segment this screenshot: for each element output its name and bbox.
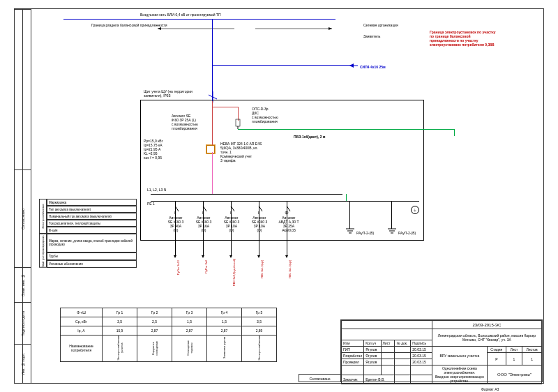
- role-row: ГИП: [342, 347, 364, 353]
- stage-val: Р: [488, 353, 506, 365]
- svg-line-14: [231, 206, 234, 211]
- project-code: 23/03-2015-ЭС: [432, 321, 541, 329]
- param-val: 1,5: [207, 317, 242, 326]
- busbar-top: [151, 194, 342, 195]
- param-val: Гр 4: [207, 308, 242, 317]
- boundary-arrows: [158, 26, 332, 31]
- binding-label-sogl: Согласовано: [21, 209, 25, 229]
- note-red-boundary: Граница электроустановок по участку по г…: [430, 30, 496, 47]
- pe-drop-1: [454, 129, 455, 136]
- out-arrow-4: [257, 255, 260, 258]
- spec-row: Ток расцепителя, тепловой защиты: [47, 220, 137, 227]
- dest-val: Освещение террасы: [186, 336, 193, 361]
- object-title: ВРУ земельного участка: [432, 347, 487, 365]
- svg-line-10: [175, 206, 179, 211]
- out3-note: АвтоматSE iC60 33P 10А(D): [223, 216, 241, 232]
- svg-marker-1: [158, 27, 161, 30]
- stage-h: Стадия: [488, 347, 506, 353]
- cable-label-4: ПВС 3х1,5(цв): [260, 260, 264, 278]
- note-line-source: Воздушная сеть ВЛИ-0,4 кВ от проектируем…: [140, 13, 221, 17]
- param-val: 3,5: [242, 317, 277, 326]
- param-label: Ср, кВт: [61, 317, 103, 326]
- role-row: Заказчик: [342, 375, 364, 384]
- param-val: 3,5: [103, 317, 137, 326]
- title-block: 23/03-2015-ЭС Ленинградская область, Вол…: [340, 319, 543, 382]
- breaker-3-icon: [228, 206, 234, 214]
- pe-link-1: [346, 194, 347, 201]
- date-cell: 20.03.15: [411, 359, 432, 365]
- cable-label-2: ПуПнг 3х4: [204, 260, 208, 273]
- ground-symbol-2-icon: [388, 228, 396, 234]
- svg-line-18: [287, 206, 290, 211]
- ground-drop-1: [349, 201, 350, 229]
- out5-note: АвтоматАВДТ A,30 Т3P 25АAku/0,03: [278, 216, 299, 232]
- out-arrow-2: [202, 255, 204, 258]
- svg-rect-8: [236, 119, 240, 126]
- param-table: Ф +Ш Гр 1 Гр 2 Гр 3 Гр 4 Гр 5 Ср, кВт 3,…: [60, 308, 277, 362]
- col-kol: Кол.уч: [364, 340, 381, 347]
- spec-group-1: Электроснабжение: [39, 199, 47, 234]
- out4-note: АвтоматSE iC60 33P 10А(D): [250, 216, 269, 232]
- wire-meter-to-bus: [212, 152, 213, 194]
- binding-label-inv: Инв. № подл.: [21, 353, 25, 375]
- cable-label-5: ПВС 3х1,5(цв): [288, 260, 292, 278]
- param-val: 1,5: [172, 317, 207, 326]
- param-label: Ф +Ш: [61, 308, 103, 317]
- col-ndoc: № док.: [395, 340, 411, 347]
- param-val: Гр 2: [137, 308, 172, 317]
- ground-label-1: PAуП-2-(В): [356, 231, 374, 235]
- param-val: Гр 1: [103, 308, 137, 317]
- sheets-val: 1: [522, 353, 542, 365]
- bus-label: L1, L2, L3 N: [147, 188, 166, 192]
- sheet-h: Лист: [506, 347, 522, 353]
- pe-label: PE 1: [147, 202, 155, 206]
- wire-spd-branch-v: [238, 107, 239, 121]
- binding-label-sign: Подпись и дата: [21, 311, 25, 336]
- binding-label-vzam: Взам. инв. №: [21, 274, 25, 296]
- name-cell: Ягупов: [364, 353, 381, 359]
- spec-row: Номинальный ток автомата (выключателя): [47, 213, 137, 220]
- overhead-line: [63, 19, 335, 20]
- specification-table: Электроснабжение Маркировка Тип автомата…: [39, 199, 137, 268]
- name-cell: Ягупов: [364, 347, 381, 353]
- meter-symbol: [206, 145, 215, 153]
- role-row: Разработал: [342, 353, 364, 359]
- out2-note: АвтоматSE iC60 33P 16А(D): [195, 216, 213, 232]
- role-row: Проверил: [342, 359, 364, 365]
- meter-note: НЕВА МТ 324 1.0 AR E4S 5(60)А, 3х380/400…: [220, 142, 262, 163]
- soglasovano-cell: Согласовано: [299, 374, 340, 382]
- date-cell: 20.03.15: [411, 347, 432, 353]
- spd-note: ОПС-D-3р ДКС с возможностью пломбировани…: [252, 107, 278, 123]
- param-val: 2,87: [172, 326, 207, 336]
- ground-label-2: PAуП-2-(В): [398, 231, 416, 235]
- param-val: 2,5: [137, 317, 172, 326]
- param-val: Гр 3: [172, 308, 207, 317]
- spec-row: Трубы: [47, 252, 137, 260]
- spec-row: Тип автомата (выключателя): [47, 206, 137, 213]
- wire-entry-to-breaker: [212, 101, 213, 145]
- name-cell: Ягупов: [364, 359, 381, 365]
- dest-label: Наименование потребителя: [61, 336, 103, 362]
- sheet-description: Однолинейная схема электроснабжения. Вво…: [432, 365, 487, 384]
- input-breaker-note: Автомат SE iK60 3P 25A (L) с возможность…: [172, 114, 198, 130]
- breaker-4-icon: [256, 206, 262, 214]
- param-val: 2,87: [207, 326, 242, 336]
- company-name: ООО "Электрико": [488, 365, 542, 384]
- load-data-note: Pp=15,0 кВт Ip=15,75 кА Iр=21,95 А КL =2…: [144, 139, 163, 160]
- col-izm: Изм: [342, 340, 364, 347]
- ground-symbol-1-icon: [346, 228, 354, 234]
- col-list: Лист: [381, 340, 395, 347]
- out-arrow-3: [229, 255, 232, 258]
- spec-row: Ф-ция: [47, 227, 137, 234]
- breaker-5-icon: [284, 206, 290, 214]
- param-val: 2,89: [242, 326, 277, 336]
- spec-row: Марка, сечение, длина ввода, способ прок…: [47, 234, 137, 252]
- cable-arrow-icon: [349, 63, 358, 68]
- ground-drop-2: [391, 201, 392, 229]
- spec-row: Маркировка: [47, 199, 137, 206]
- label-drop-cable: СИП4 4x16 25м: [360, 65, 386, 69]
- cable-leader: [212, 65, 352, 66]
- pe-wire-main: [238, 129, 454, 130]
- dest-val: Электроснабжение: [257, 336, 261, 361]
- cable-label-1: ПуПнг 3х10: [176, 260, 180, 275]
